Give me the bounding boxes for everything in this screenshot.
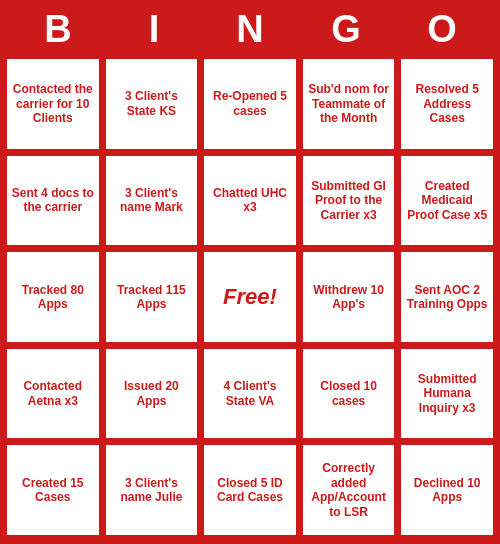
- letter-n: N: [210, 8, 290, 51]
- bingo-cell-19[interactable]: Submitted Humana Inquiry x3: [399, 347, 495, 441]
- bingo-cell-9[interactable]: Created Medicaid Proof Case x5: [399, 154, 495, 248]
- bingo-cell-6[interactable]: 3 Client's name Mark: [104, 154, 200, 248]
- bingo-cell-11[interactable]: Tracked 115 Apps: [104, 250, 200, 344]
- bingo-cell-21[interactable]: 3 Client's name Julie: [104, 443, 200, 537]
- letter-i: I: [114, 8, 194, 51]
- bingo-cell-18[interactable]: Closed 10 cases: [301, 347, 397, 441]
- bingo-grid: Contacted the carrier for 10 Clients3 Cl…: [5, 57, 495, 537]
- bingo-cell-7[interactable]: Chatted UHC x3: [202, 154, 298, 248]
- letter-g: G: [306, 8, 386, 51]
- bingo-cell-14[interactable]: Sent AOC 2 Training Opps: [399, 250, 495, 344]
- bingo-cell-23[interactable]: Correctly added App/Account to LSR: [301, 443, 397, 537]
- bingo-cell-17[interactable]: 4 Client's State VA: [202, 347, 298, 441]
- bingo-header: B I N G O: [10, 0, 490, 57]
- bingo-cell-20[interactable]: Created 15 Cases: [5, 443, 101, 537]
- bingo-cell-3[interactable]: Sub'd nom for Teammate of the Month: [301, 57, 397, 151]
- bingo-cell-24[interactable]: Declined 10 Apps: [399, 443, 495, 537]
- bingo-cell-8[interactable]: Submitted GI Proof to the Carrier x3: [301, 154, 397, 248]
- bingo-cell-12[interactable]: Free!: [202, 250, 298, 344]
- bingo-cell-2[interactable]: Re-Opened 5 cases: [202, 57, 298, 151]
- bingo-cell-13[interactable]: Withdrew 10 App's: [301, 250, 397, 344]
- bingo-cell-16[interactable]: Issued 20 Apps: [104, 347, 200, 441]
- letter-b: B: [18, 8, 98, 51]
- letter-o: O: [402, 8, 482, 51]
- bingo-cell-15[interactable]: Contacted Aetna x3: [5, 347, 101, 441]
- bingo-cell-1[interactable]: 3 Client's State KS: [104, 57, 200, 151]
- bingo-cell-5[interactable]: Sent 4 docs to the carrier: [5, 154, 101, 248]
- bingo-cell-22[interactable]: Closed 5 ID Card Cases: [202, 443, 298, 537]
- bingo-cell-4[interactable]: Resolved 5 Address Cases: [399, 57, 495, 151]
- bingo-cell-10[interactable]: Tracked 80 Apps: [5, 250, 101, 344]
- bingo-cell-0[interactable]: Contacted the carrier for 10 Clients: [5, 57, 101, 151]
